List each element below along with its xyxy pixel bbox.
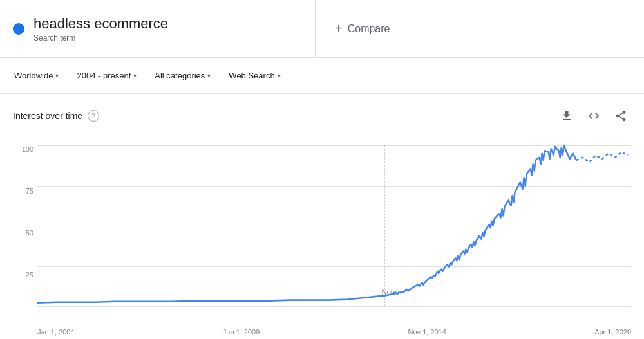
y-label-100: 100 <box>13 145 37 153</box>
y-axis-labels: 100 75 50 25 <box>13 145 37 325</box>
grid-line-0 <box>37 306 631 307</box>
region-filter-button[interactable]: Worldwide ▾ <box>6 67 66 84</box>
top-bar: headless ecommerce Search term + Compare <box>0 0 644 58</box>
search-term-section: headless ecommerce Search term <box>0 0 316 57</box>
section-title-group: Interest over time ? <box>13 110 99 122</box>
chart-area: 100 75 50 25 Note <box>13 145 631 325</box>
y-label-25: 25 <box>13 271 37 279</box>
help-icon[interactable]: ? <box>88 110 99 122</box>
compare-label: Compare <box>348 23 390 35</box>
chart-container: 100 75 50 25 Note <box>0 133 644 339</box>
series-color-dot <box>13 23 24 35</box>
trend-line-svg <box>37 145 631 306</box>
search-type-chevron-icon: ▾ <box>278 72 281 79</box>
region-filter-label: Worldwide <box>14 71 53 80</box>
download-icon[interactable] <box>556 105 577 126</box>
region-chevron-icon: ▾ <box>55 72 59 79</box>
section-header: Interest over time ? <box>0 94 644 133</box>
search-term-title: headless ecommerce <box>33 15 168 32</box>
section-actions <box>556 105 631 126</box>
category-chevron-icon: ▾ <box>207 72 211 79</box>
time-filter-label: 2004 - present <box>77 71 131 80</box>
y-label-50: 50 <box>13 229 37 237</box>
y-label-75: 75 <box>13 187 37 195</box>
filters-bar: Worldwide ▾ 2004 - present ▾ All categor… <box>0 58 644 94</box>
search-type-filter-label: Web Search <box>229 71 274 80</box>
embed-code-icon[interactable] <box>583 105 604 126</box>
category-filter-button[interactable]: All categories ▾ <box>147 67 218 84</box>
x-label-2004: Jan 1, 2004 <box>37 328 75 336</box>
search-term-label: Search term <box>33 33 168 42</box>
share-icon[interactable] <box>611 105 631 126</box>
search-term-text: headless ecommerce Search term <box>33 15 168 42</box>
chart-plot: Note <box>37 145 631 306</box>
search-type-filter-button[interactable]: Web Search ▾ <box>221 67 288 84</box>
section-title: Interest over time <box>13 111 82 121</box>
category-filter-label: All categories <box>155 71 205 80</box>
x-label-2009: Jun 1, 2009 <box>223 328 260 336</box>
x-label-2020: Apr 1, 2020 <box>594 328 631 336</box>
time-filter-button[interactable]: 2004 - present ▾ <box>69 67 144 84</box>
plus-icon: + <box>335 21 343 36</box>
x-axis-labels: Jan 1, 2004 Jun 1, 2009 Nov 1, 2014 Apr … <box>37 325 631 336</box>
compare-section[interactable]: + Compare <box>316 0 410 57</box>
x-label-2014: Nov 1, 2014 <box>408 328 446 336</box>
time-chevron-icon: ▾ <box>133 72 137 79</box>
